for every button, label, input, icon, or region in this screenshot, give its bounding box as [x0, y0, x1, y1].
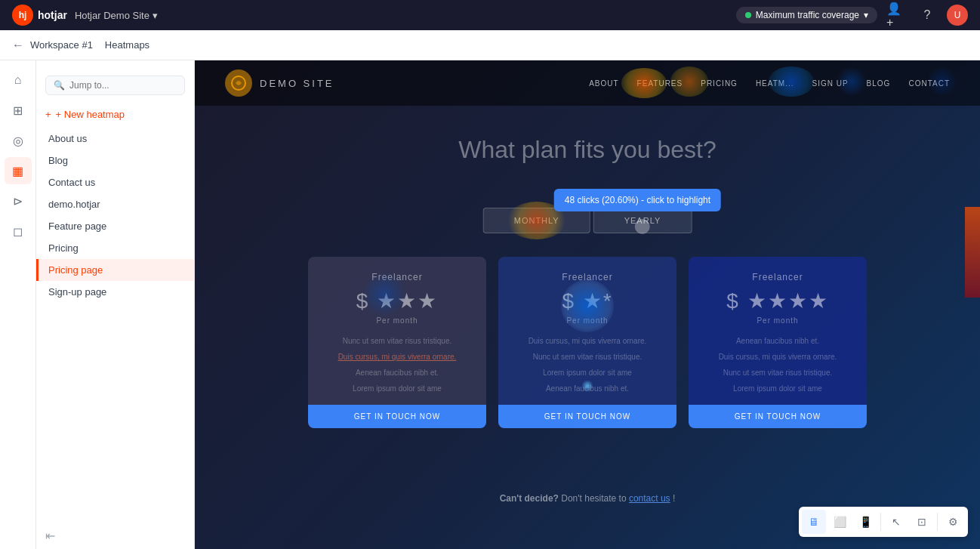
heatmap-background[interactable]: DEMO SITE ABOUT FEATURES PRICING HEATM..… [195, 60, 980, 549]
monthly-toggle[interactable]: MONTHLY [483, 208, 590, 233]
card2-price: $ ★* [510, 288, 664, 313]
click-tooltip[interactable]: 48 clicks (20.60%) - click to highlight [554, 189, 721, 211]
demo-site-logo: DEMO SITE [225, 69, 334, 97]
card1-price: $ ★★★ [320, 288, 474, 313]
pricing-cards-section: Freelancer $ ★★★ Per month Nunc ut sem v… [308, 257, 867, 428]
demo-logo-circle [225, 69, 252, 97]
right-heat-bar [965, 207, 980, 298]
demo-site-navbar: DEMO SITE ABOUT FEATURES PRICING HEATM..… [195, 60, 980, 106]
search-icon: 🔍 [54, 80, 65, 91]
sidebar-item-heatmaps[interactable]: ▦ [5, 157, 32, 184]
cant-decide-strong: Can't decide? [500, 493, 559, 504]
nav-item-blog[interactable]: Blog [36, 150, 194, 171]
sidebar-item-home[interactable]: ⌂ [5, 66, 32, 94]
new-heatmap-button[interactable]: + + New heatmap [36, 104, 194, 125]
card2-feature4: Aenean faucibus nibh et. [510, 384, 664, 393]
sidebar-item-recordings[interactable]: ◎ [5, 127, 32, 154]
nav-item-pricing[interactable]: Pricing [36, 237, 194, 259]
sidebar-item-dashboard[interactable]: ⊞ [5, 97, 32, 124]
hotjar-wordmark: hotjar [38, 9, 67, 21]
nav-features: FEATURES [637, 79, 683, 88]
cursor-tool-button[interactable]: ↖ [884, 510, 908, 534]
heatmap-content-area: DEMO SITE ABOUT FEATURES PRICING HEATM..… [195, 60, 980, 549]
card3-feature1: Aenean faucibus nibh et. [701, 337, 855, 345]
pricing-card-2: Freelancer $ ★* Per month Duis cursus, m… [498, 257, 676, 428]
add-user-icon: 👤+ [886, 2, 908, 29]
help-button[interactable]: ? [917, 5, 938, 26]
nav-heatmap: HEATM... [756, 79, 794, 88]
toggle-area: MONTHLY YEARLY [483, 208, 692, 233]
pricing-card-3: Freelancer $ ★★★★ Per month Aenean fauci… [689, 257, 867, 428]
nav-blog: BLOG [867, 79, 891, 88]
card2-period: Per month [510, 316, 664, 325]
card3-feature2: Duis cursus, mi quis viverra ornare. [701, 353, 855, 361]
demo-site-title: DEMO SITE [260, 78, 334, 89]
tooltip-text: 48 clicks (20.60%) - click to highlight [565, 195, 710, 205]
breadcrumb-bar: ← Workspace #1 Heatmaps [0, 30, 980, 60]
contact-us-link[interactable]: contact us [629, 493, 670, 504]
add-user-button[interactable]: 👤+ [886, 5, 908, 26]
sidebar-wrapper: ⌂ ⊞ ◎ ▦ ⊳ ◻ 🔍 + + New heatmap About us B… [0, 60, 195, 549]
settings-tool-button[interactable]: ⚙ [941, 510, 965, 534]
site-selector[interactable]: Hotjar Demo Site ▾ [75, 10, 158, 21]
plus-icon: + [45, 109, 51, 120]
card1-feature3: Aenean faucibus nibh et. [320, 369, 474, 377]
search-wrap: 🔍 [45, 76, 185, 95]
site-chevron-icon: ▾ [153, 10, 158, 21]
card2-feature1: Duis cursus, mi quis viverra ornare. [510, 337, 664, 345]
cant-decide-text: Can't decide? Don't hesitate to contact … [500, 493, 676, 504]
topbar-left: hj hotjar Hotjar Demo Site ▾ [12, 5, 158, 26]
search-input[interactable] [69, 80, 177, 91]
card2-cta-button[interactable]: GET IN TOUCH NOW [498, 405, 676, 428]
nav-item-about-us[interactable]: About us [36, 128, 194, 150]
nav-item-contact-us[interactable]: Contact us [36, 171, 194, 193]
bottom-toolbar: 🖥 ⬜ 📱 ↖ ⊡ ⚙ [799, 507, 968, 537]
new-heatmap-label: + New heatmap [56, 109, 125, 120]
main-layout: ⌂ ⊞ ◎ ▦ ⊳ ◻ 🔍 + + New heatmap About us B… [0, 60, 980, 549]
avatar-initials: U [954, 10, 961, 20]
card3-plan: Freelancer [701, 272, 855, 282]
monthly-label: MONTHLY [514, 216, 559, 225]
nav-item-signup-page[interactable]: Sign-up page [36, 281, 194, 303]
toolbar-divider-2 [937, 513, 938, 531]
card1-plan: Freelancer [320, 272, 474, 282]
toolbar-divider-1 [880, 513, 881, 531]
sidebar-item-feedback[interactable]: ◻ [5, 217, 32, 245]
card1-feature4: Lorem ipsum dolor sit ame [320, 384, 474, 393]
traffic-chevron-icon: ▾ [864, 10, 868, 20]
sidebar-search: 🔍 [36, 69, 194, 101]
user-avatar[interactable]: U [947, 5, 968, 26]
card2-plan: Freelancer [510, 272, 664, 282]
yearly-toggle[interactable]: YEARLY [593, 208, 692, 233]
sidebar-collapse-button[interactable]: ⇤ [45, 529, 55, 543]
mobile-view-button[interactable]: 📱 [853, 510, 877, 534]
traffic-coverage-badge[interactable]: Maximum traffic coverage ▾ [736, 7, 877, 23]
card1-feature1: Nunc ut sem vitae risus tristique. [320, 337, 474, 345]
nav-item-pricing-page[interactable]: Pricing page [36, 259, 194, 281]
nav-item-feature-page[interactable]: Feature page [36, 215, 194, 237]
nav-item-demo-hotjar[interactable]: demo.hotjar [36, 193, 194, 215]
workspace-breadcrumb[interactable]: Workspace #1 [30, 39, 93, 51]
hotjar-logo[interactable]: hj hotjar [12, 5, 67, 26]
traffic-status-dot [745, 12, 751, 18]
card2-feature3: Lorem ipsum dolor sit ame [510, 369, 664, 377]
sidebar-item-funnels[interactable]: ⊳ [5, 187, 32, 214]
contact-end: ! [673, 493, 675, 504]
card3-cta-button[interactable]: GET IN TOUCH NOW [689, 405, 867, 428]
nav-contact: CONTACT [908, 79, 950, 88]
nav-pricing: PRICING [701, 79, 738, 88]
element-tool-button[interactable]: ⊡ [910, 510, 934, 534]
card1-period: Per month [320, 316, 474, 325]
pricing-card-1: Freelancer $ ★★★ Per month Nunc ut sem v… [308, 257, 486, 428]
card1-cta-button[interactable]: GET IN TOUCH NOW [308, 405, 486, 428]
nav-sidebar: 🔍 + + New heatmap About us Blog Contact … [36, 60, 195, 549]
back-button[interactable]: ← [12, 39, 24, 52]
topbar-right: Maximum traffic coverage ▾ 👤+ ? U [736, 5, 968, 26]
card3-feature4: Lorem ipsum dolor sit ame [701, 384, 855, 393]
demo-site-nav-links: ABOUT FEATURES PRICING HEATM... SIGN UP … [589, 79, 950, 88]
tablet-view-button[interactable]: ⬜ [827, 510, 852, 534]
desktop-view-button[interactable]: 🖥 [802, 510, 826, 534]
card3-feature3: Nunc ut sem vitae risus tristique. [701, 369, 855, 377]
card3-period: Per month [701, 316, 855, 325]
site-name-label: Hotjar Demo Site [75, 10, 149, 21]
